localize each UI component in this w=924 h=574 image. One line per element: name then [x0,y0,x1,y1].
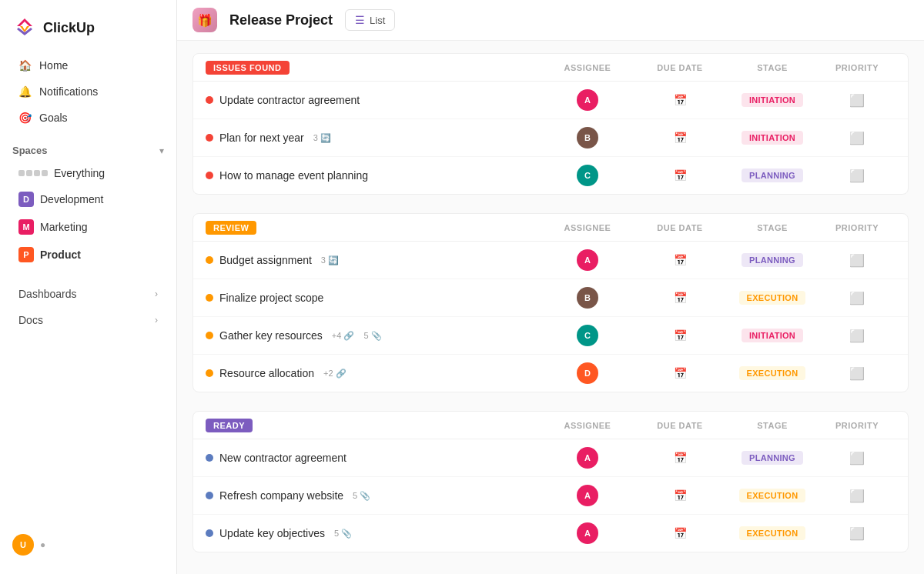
task-list-content: ISSUES FOUND ASSIGNEE DUE DATE STAGE PRI… [177,41,924,574]
table-row[interactable]: New contractor agreement A 📅 PLANNING ⬜ [193,439,908,477]
nav-home[interactable]: 🏠 Home [6,53,170,78]
calendar-icon: 📅 [674,527,687,539]
avatar: C [577,325,598,346]
section-ready-header: READY ASSIGNEE DUE DATE STAGE PRIORITY [193,412,908,439]
svg-marker-0 [17,18,32,26]
sidebar-item-product[interactable]: P Product [6,242,170,268]
priority-icon: ⬜ [849,489,865,503]
calendar-icon: 📅 [674,329,687,342]
task-name: Plan for next year [219,132,304,144]
task-status-dot [206,294,213,302]
avatar: B [577,127,598,149]
issues-badge: ISSUES FOUND [206,61,290,75]
col-stage-issues: STAGE [726,63,819,72]
task-subtask-count: 3 🔄 [313,133,331,143]
spaces-title: Spaces [12,145,48,156]
task-attach-count: 5 📎 [353,491,370,501]
col-duedate-ready: DUE DATE [634,421,726,430]
col-priority-review: PRIORITY [819,223,896,232]
clickup-logo-icon [12,15,37,40]
nav-notifications-label: Notifications [39,85,98,98]
sidebar-item-marketing[interactable]: M Marketing [6,214,170,240]
app-name: ClickUp [43,20,95,36]
col-duedate-issues: DUE DATE [634,63,726,72]
marketing-dot: M [18,219,34,235]
view-toggle-button[interactable]: ☰ List [345,9,395,31]
priority-icon: ⬜ [849,526,865,541]
nav-notifications[interactable]: 🔔 Notifications [6,79,170,104]
task-status-dot [206,96,213,104]
section-ready: READY ASSIGNEE DUE DATE STAGE PRIORITY N… [192,411,909,552]
priority-icon: ⬜ [849,451,865,466]
sidebar-item-everything[interactable]: Everything [6,162,170,185]
task-status-dot [206,172,213,179]
nav-dashboards[interactable]: Dashboards › [6,282,170,306]
nav-goals[interactable]: 🎯 Goals [6,105,170,130]
sidebar-item-everything-label: Everything [54,167,105,179]
col-stage-ready: STAGE [726,421,819,430]
stage-badge: PLANNING [742,451,803,465]
task-status-dot [206,332,213,339]
table-row[interactable]: Budget assignment 3 🔄 A 📅 PLANNING ⬜ [193,242,908,279]
sidebar-item-development[interactable]: D Development [6,186,170,212]
col-assignee-review: ASSIGNEE [541,223,634,232]
task-attach-count: 5 📎 [334,529,352,539]
priority-icon: ⬜ [849,366,865,381]
avatar: A [577,485,598,506]
everything-icon [18,170,48,176]
table-row[interactable]: Gather key resources +4 🔗 5 📎 C 📅 INITIA… [193,317,908,355]
task-status-dot [206,454,213,462]
task-name: Gather key resources [219,329,323,342]
section-issues: ISSUES FOUND ASSIGNEE DUE DATE STAGE PRI… [192,53,909,195]
development-dot: D [18,192,34,207]
user-avatar[interactable]: U [12,534,34,556]
view-label: List [370,15,385,26]
task-status-dot [206,529,213,537]
table-row[interactable]: Update contractor agreement A 📅 INITIATI… [193,82,908,119]
task-name: Update contractor agreement [219,94,360,106]
logo-area[interactable]: ClickUp [0,9,176,52]
table-row[interactable]: Update key objectives 5 📎 A 📅 EXECUTION … [193,515,908,552]
stage-badge: INITIATION [742,93,803,107]
nav-docs[interactable]: Docs › [6,308,170,332]
task-subtask-count: 3 🔄 [321,255,339,265]
task-subtask-badge: +2 🔗 [323,369,346,379]
spaces-chevron-icon[interactable]: ▾ [159,145,164,156]
avatar: A [577,249,598,271]
sidebar-bottom: U ● [0,525,176,565]
col-priority-ready: PRIORITY [819,421,896,430]
home-icon: 🏠 [18,59,32,72]
sidebar-item-marketing-label: Marketing [40,221,87,233]
avatar: A [577,89,598,111]
col-stage-review: STAGE [726,223,819,232]
table-row[interactable]: Finalize project scope B 📅 EXECUTION ⬜ [193,279,908,317]
avatar: A [577,522,598,544]
table-row[interactable]: Resource allocation +2 🔗 D 📅 EXECUTION ⬜ [193,355,908,392]
topbar: 🎁 Release Project ☰ List [177,0,924,41]
stage-badge: PLANNING [742,169,803,182]
task-name: Finalize project scope [219,292,323,304]
stage-badge: PLANNING [742,253,803,267]
docs-label: Docs [18,314,43,326]
nav-home-label: Home [39,59,68,72]
user-status: ● [40,539,45,550]
table-row[interactable]: Plan for next year 3 🔄 B 📅 INITIATION ⬜ [193,119,908,157]
table-row[interactable]: How to manage event planning C 📅 PLANNIN… [193,157,908,194]
task-status-dot [206,256,213,264]
priority-icon: ⬜ [849,93,865,108]
table-row[interactable]: Refresh company website 5 📎 A 📅 EXECUTIO… [193,477,908,515]
task-name: How to manage event planning [219,169,368,182]
dashboards-label: Dashboards [18,288,77,300]
spaces-header: Spaces ▾ [0,137,176,161]
sidebar: ClickUp 🏠 Home 🔔 Notifications 🎯 Goals S… [0,0,177,574]
dashboards-chevron-icon: › [155,289,158,299]
col-priority-issues: PRIORITY [819,63,896,72]
avatar: D [577,362,598,384]
bell-icon: 🔔 [18,85,32,98]
calendar-icon: 📅 [674,169,687,182]
calendar-icon: 📅 [674,132,687,144]
calendar-icon: 📅 [674,489,687,502]
calendar-icon: 📅 [674,94,687,106]
task-name: Resource allocation [219,367,314,379]
priority-icon: ⬜ [849,329,865,343]
